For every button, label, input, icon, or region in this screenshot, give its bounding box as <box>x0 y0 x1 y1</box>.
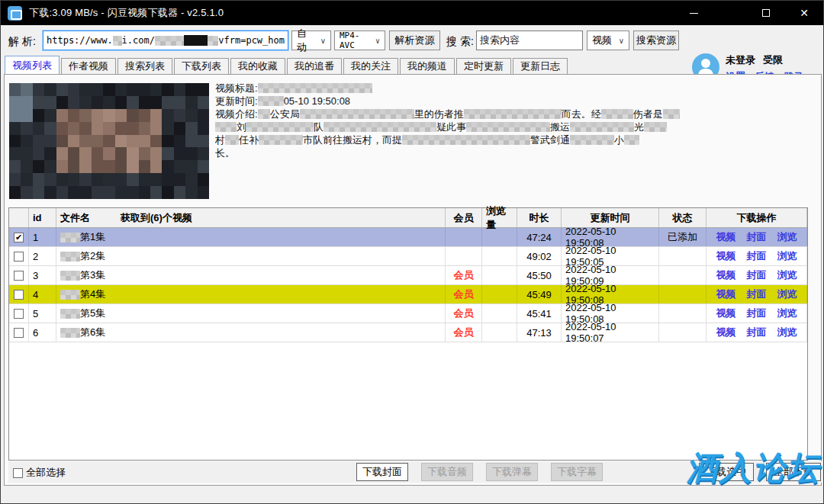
tab-2[interactable]: 作者视频 <box>61 58 116 74</box>
action-link-browse[interactable]: 浏览 <box>777 249 797 263</box>
action-link-cover[interactable]: 封面 <box>747 268 767 282</box>
cell-check <box>9 304 29 323</box>
table-header: id文件名获取到(6)个视频会员浏览量时长更新时间状态下载操作 <box>9 208 807 228</box>
download-cover-button[interactable]: 下载封面 <box>356 463 408 481</box>
cell-duration: 47:24 <box>517 228 562 246</box>
header-updated: 更新时间 <box>562 208 659 227</box>
search-type-select[interactable]: 视频∨ <box>587 30 629 50</box>
tab-3[interactable]: 搜索列表 <box>117 58 172 74</box>
action-link-browse[interactable]: 浏览 <box>777 268 797 282</box>
censor-block <box>225 135 239 145</box>
censor-block <box>570 122 634 132</box>
action-link-video[interactable]: 视频 <box>716 326 736 339</box>
action-link-cover[interactable]: 封面 <box>747 326 767 339</box>
cell-duration: 45:50 <box>517 266 562 284</box>
download-selected-button[interactable]: 下载选中 <box>699 463 754 481</box>
row-checkbox[interactable] <box>14 290 24 300</box>
action-link-browse[interactable]: 浏览 <box>777 307 797 320</box>
action-link-cover[interactable]: 封面 <box>747 230 767 244</box>
action-link-browse[interactable]: 浏览 <box>777 230 797 244</box>
action-link-cover[interactable]: 封面 <box>747 287 767 301</box>
action-link-video[interactable]: 视频 <box>716 230 736 244</box>
table-row-1[interactable]: ✔1第1集47:242022-05-10 19:50:08已添加视频封面浏览 <box>9 228 807 247</box>
tab-6[interactable]: 我的追番 <box>287 58 342 74</box>
download-all-button[interactable]: 全部下载 <box>766 463 821 481</box>
info-text: 视频介绍: <box>215 108 258 120</box>
footer-bar: 全部选择 下载封面 下载音频 下载弹幕 下载字幕 下载选中 全部下载 <box>8 461 822 483</box>
cell-file: 第4集 <box>56 285 446 303</box>
action-link-browse[interactable]: 浏览 <box>777 326 797 339</box>
cell-member <box>446 228 482 246</box>
info-line: 更新时间:05-10 19:50:08 <box>215 95 818 108</box>
info-line: 视频介绍:公安局里的伤者推而去。经伤者是 <box>215 108 818 120</box>
censor-block <box>246 122 314 132</box>
tab-10[interactable]: 更新日志 <box>513 58 568 74</box>
censor-block <box>60 290 80 300</box>
tab-4[interactable]: 下载列表 <box>174 58 229 74</box>
info-text: 市队前往搬运村，而提 <box>303 134 402 146</box>
search-resource-button[interactable]: 搜索资源 <box>633 30 679 50</box>
table-row-5[interactable]: 5第5集会员45:412022-05-10 19:50:08视频封面浏览 <box>9 304 807 323</box>
row-checkbox[interactable] <box>14 271 24 281</box>
search-input[interactable]: 搜索内容 <box>476 30 583 50</box>
tab-1[interactable]: 视频列表 <box>5 56 60 74</box>
row-checkbox[interactable] <box>14 252 24 262</box>
chevron-down-icon: ∨ <box>613 37 624 45</box>
select-all-checkbox[interactable]: 全部选择 <box>13 466 66 480</box>
cell-status: 已添加 <box>659 228 707 246</box>
tab-7[interactable]: 我的关注 <box>343 58 398 74</box>
action-link-browse[interactable]: 浏览 <box>777 287 797 301</box>
download-danmaku-button: 下载弹幕 <box>486 463 538 481</box>
header-id: id <box>29 208 56 227</box>
info-text: 更新时间: <box>215 95 258 107</box>
file-name: 第5集 <box>80 307 105 320</box>
action-link-video[interactable]: 视频 <box>716 249 736 263</box>
header-member: 会员 <box>446 208 482 227</box>
row-checkbox[interactable] <box>14 328 24 338</box>
cell-views <box>482 323 517 342</box>
tab-8[interactable]: 我的频道 <box>400 58 455 74</box>
video-count: 获取到(6)个视频 <box>121 211 192 225</box>
table-row-6[interactable]: 6第6集会员47:132022-05-10 19:50:07视频封面浏览 <box>9 323 807 342</box>
table-row-3[interactable]: 3第3集会员45:502022-05-10 19:50:09视频封面浏览 <box>9 266 807 285</box>
action-link-cover[interactable]: 封面 <box>747 307 767 320</box>
url-text-3: vfrm=pcw_hom <box>218 35 285 46</box>
cell-duration: 47:13 <box>517 323 562 342</box>
table-row-4[interactable]: 4第4集会员45:492022-05-10 19:50:08视频封面浏览 <box>9 285 807 304</box>
cell-id: 1 <box>29 228 56 246</box>
cell-actions: 视频封面浏览 <box>707 323 807 342</box>
cell-status <box>659 323 707 342</box>
censor-block <box>300 109 414 119</box>
cell-file: 第5集 <box>56 304 446 323</box>
table-row-2[interactable]: 2第2集49:022022-05-10 19:50:05视频封面浏览 <box>9 247 807 266</box>
checkbox-icon <box>13 468 23 478</box>
cell-file: 第2集 <box>56 247 446 265</box>
maximize-button[interactable] <box>748 1 784 25</box>
action-link-video[interactable]: 视频 <box>716 268 736 282</box>
parse-resource-button[interactable]: 解析资源 <box>389 30 440 50</box>
cell-member: 会员 <box>446 304 482 323</box>
format-select[interactable]: MP4-AVC∨ <box>334 30 385 50</box>
mode-select[interactable]: 自动∨ <box>291 30 331 50</box>
minimize-button[interactable] <box>676 1 711 25</box>
action-link-cover[interactable]: 封面 <box>747 249 767 263</box>
cell-status <box>659 285 707 303</box>
search-label: 搜 索: <box>446 35 474 49</box>
action-link-video[interactable]: 视频 <box>716 307 736 320</box>
row-checkbox[interactable] <box>14 309 24 319</box>
censor-bar <box>184 35 208 46</box>
cell-actions: 视频封面浏览 <box>707 285 807 303</box>
info-text: 小 <box>614 134 624 146</box>
censor-block <box>215 122 237 132</box>
censor-block <box>60 233 80 242</box>
url-input[interactable]: https://www.i.com/vfrm=pcw_hom <box>43 30 288 50</box>
info-text: 任补 <box>239 134 259 146</box>
cell-check: ✔ <box>9 228 29 246</box>
censor-block <box>258 83 372 93</box>
row-checkbox[interactable]: ✔ <box>14 233 24 242</box>
action-link-video[interactable]: 视频 <box>716 287 736 301</box>
close-button[interactable]: ✕ <box>787 1 822 25</box>
tab-5[interactable]: 我的收藏 <box>230 58 285 74</box>
tab-9[interactable]: 定时更新 <box>456 58 511 74</box>
censor-block <box>60 252 80 262</box>
